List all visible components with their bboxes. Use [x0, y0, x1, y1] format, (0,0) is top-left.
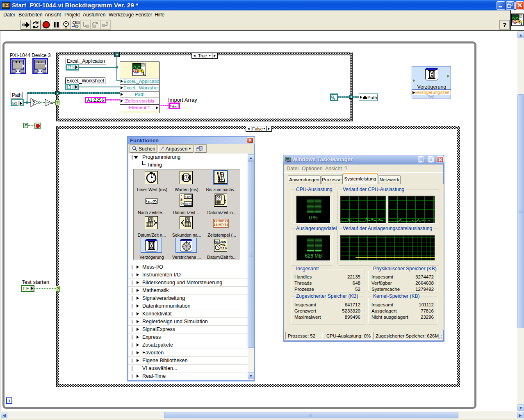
svg-text:?: ?: [57, 287, 59, 291]
svg-text:?: ?: [185, 244, 188, 249]
svg-text:Path: Path: [367, 95, 377, 100]
svg-text:1/89: 1/89: [185, 196, 191, 199]
svg-text:01: 01: [222, 243, 226, 246]
svg-text:?: ?: [56, 100, 59, 105]
svg-text:#→: #→: [148, 200, 152, 204]
svg-text:10:21: 10:21: [185, 203, 192, 205]
svg-text:%¼: %¼: [215, 241, 219, 244]
svg-text:1: 1: [520, 21, 523, 25]
svg-text:JAN: JAN: [220, 240, 226, 243]
svg-text:12:01: 12:01: [221, 247, 227, 250]
svg-text:?: ?: [32, 101, 35, 105]
svg-text:abc: abc: [172, 105, 177, 108]
svg-text:1: 1: [142, 71, 145, 75]
